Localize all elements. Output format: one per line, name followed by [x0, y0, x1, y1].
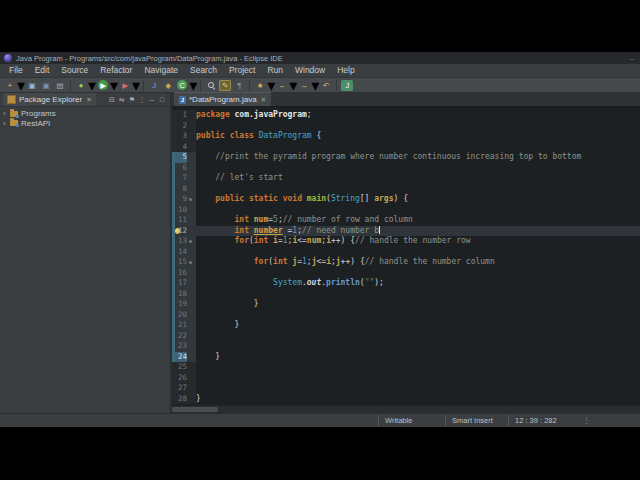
- line-gutter[interactable]: 18: [172, 289, 196, 300]
- coverage-icon[interactable]: ▶: [119, 80, 131, 91]
- code-line[interactable]: 22: [172, 331, 640, 342]
- link-with-editor-icon[interactable]: ⇋: [117, 93, 127, 106]
- mark-occurrences-icon[interactable]: ✎: [219, 80, 231, 91]
- view-menu-icon[interactable]: ⋮: [137, 93, 147, 106]
- minimize-icon[interactable]: –: [147, 93, 157, 106]
- new-java-project-icon[interactable]: J: [148, 80, 160, 91]
- new-wizard-icon[interactable]: +: [4, 80, 16, 91]
- code-line[interactable]: 28}: [172, 394, 640, 405]
- close-icon[interactable]: ✕: [86, 96, 92, 104]
- fold-marker-icon[interactable]: [189, 261, 192, 264]
- debug-icon[interactable]: ●: [75, 80, 87, 91]
- chevron-down-icon[interactable]: ▾: [289, 76, 297, 95]
- code-line[interactable]: 14: [172, 247, 640, 258]
- code-line[interactable]: 23: [172, 341, 640, 352]
- chevron-down-icon[interactable]: ▾: [311, 76, 319, 95]
- line-gutter[interactable]: 8: [172, 184, 196, 195]
- line-gutter[interactable]: 11: [172, 215, 196, 226]
- line-gutter[interactable]: 12: [172, 226, 196, 237]
- forward-icon[interactable]: →: [298, 80, 310, 91]
- code-line[interactable]: 11int num=5;// number of row and column: [172, 215, 640, 226]
- close-icon[interactable]: ✕: [261, 96, 267, 104]
- maximize-icon[interactable]: □: [157, 93, 167, 106]
- code-line[interactable]: 7// let's start: [172, 173, 640, 184]
- fold-marker-icon[interactable]: [189, 240, 192, 243]
- code-line[interactable]: 19}: [172, 299, 640, 310]
- code-line[interactable]: 26: [172, 373, 640, 384]
- line-gutter[interactable]: 22: [172, 331, 196, 342]
- line-gutter[interactable]: 26: [172, 373, 196, 384]
- code-line[interactable]: 16: [172, 268, 640, 279]
- code-line[interactable]: 24}: [172, 352, 640, 363]
- chevron-down-icon[interactable]: ▾: [110, 76, 118, 95]
- show-whitespace-icon[interactable]: ¶: [233, 80, 245, 91]
- line-gutter[interactable]: 5: [172, 152, 196, 163]
- code-line[interactable]: 15for(int j=1;j<=i;j++) {// handle the n…: [172, 257, 640, 268]
- code-line[interactable]: 8: [172, 184, 640, 195]
- quick-fix-lightbulb-icon[interactable]: [175, 228, 180, 234]
- code-line[interactable]: 20: [172, 310, 640, 321]
- fold-marker-icon[interactable]: [189, 198, 192, 201]
- code-line[interactable]: 1package com.javaProgram;: [172, 110, 640, 121]
- chevron-down-icon[interactable]: ▾: [88, 76, 96, 95]
- search-icon[interactable]: [205, 80, 217, 91]
- code-line[interactable]: 10: [172, 205, 640, 216]
- horizontal-scrollbar[interactable]: [172, 405, 640, 413]
- line-gutter[interactable]: 19: [172, 299, 196, 310]
- code-editor[interactable]: 1package com.javaProgram;23public class …: [172, 107, 640, 405]
- line-gutter[interactable]: 20: [172, 310, 196, 321]
- chevron-down-icon[interactable]: ▾: [17, 76, 25, 95]
- line-gutter[interactable]: 17: [172, 278, 196, 289]
- line-gutter[interactable]: 15: [172, 257, 196, 268]
- menu-help[interactable]: Help: [331, 64, 360, 77]
- line-gutter[interactable]: 9: [172, 194, 196, 205]
- line-gutter[interactable]: 4: [172, 142, 196, 153]
- line-gutter[interactable]: 6: [172, 163, 196, 174]
- line-gutter[interactable]: 14: [172, 247, 196, 258]
- scrollbar-thumb[interactable]: [172, 407, 218, 412]
- line-gutter[interactable]: 28: [172, 394, 196, 405]
- line-gutter[interactable]: 16: [172, 268, 196, 279]
- tab-dataprogram-java[interactable]: J *DataProgram.java ✕: [174, 92, 271, 106]
- code-line[interactable]: 21}: [172, 320, 640, 331]
- line-gutter[interactable]: 27: [172, 383, 196, 394]
- tree-item-programs[interactable]: ›Programs: [0, 109, 170, 119]
- menu-edit[interactable]: Edit: [29, 64, 56, 77]
- filter-icon[interactable]: ⚑: [127, 93, 137, 106]
- tree-item-restapi[interactable]: ›RestAPI: [0, 119, 170, 129]
- run-icon[interactable]: ▶: [98, 80, 108, 90]
- line-gutter[interactable]: 10: [172, 205, 196, 216]
- chevron-down-icon[interactable]: ▾: [132, 76, 140, 95]
- window-controls[interactable]: ‒: [630, 55, 636, 62]
- expand-arrow-icon[interactable]: ›: [3, 119, 10, 128]
- line-gutter[interactable]: 1: [172, 110, 196, 121]
- new-class-icon[interactable]: C: [177, 80, 187, 90]
- line-gutter[interactable]: 24: [172, 352, 196, 363]
- title-bar[interactable]: Java Program - Programs/src/com/javaProg…: [0, 52, 640, 64]
- last-edit-location-icon[interactable]: ↶: [320, 80, 332, 91]
- line-gutter[interactable]: 23: [172, 341, 196, 352]
- line-gutter[interactable]: 3: [172, 131, 196, 142]
- code-line[interactable]: 2: [172, 121, 640, 132]
- code-line[interactable]: 17System.out.println("");: [172, 278, 640, 289]
- save-icon[interactable]: ▣: [26, 80, 38, 91]
- code-line[interactable]: 12int number =1;// need number b: [172, 226, 640, 237]
- new-package-icon[interactable]: ◆: [162, 80, 174, 91]
- code-line[interactable]: 25: [172, 362, 640, 373]
- line-gutter[interactable]: 2: [172, 121, 196, 132]
- line-gutter[interactable]: 13: [172, 236, 196, 247]
- save-all-icon[interactable]: ▣: [40, 80, 52, 91]
- tab-package-explorer[interactable]: Package Explorer ✕: [3, 93, 96, 106]
- code-line[interactable]: 9public static void main(String[] args) …: [172, 194, 640, 205]
- code-line[interactable]: 4: [172, 142, 640, 153]
- expand-arrow-icon[interactable]: ›: [3, 109, 10, 118]
- java-perspective-icon[interactable]: J: [341, 80, 353, 91]
- code-line[interactable]: 13for(int i=1;i<=num;i++) {// handle the…: [172, 236, 640, 247]
- line-gutter[interactable]: 25: [172, 362, 196, 373]
- code-line[interactable]: 3public class DataProgram {: [172, 131, 640, 142]
- line-gutter[interactable]: 21: [172, 320, 196, 331]
- code-line[interactable]: 6: [172, 163, 640, 174]
- line-gutter[interactable]: 7: [172, 173, 196, 184]
- code-line[interactable]: 18: [172, 289, 640, 300]
- back-icon[interactable]: ←: [276, 80, 288, 91]
